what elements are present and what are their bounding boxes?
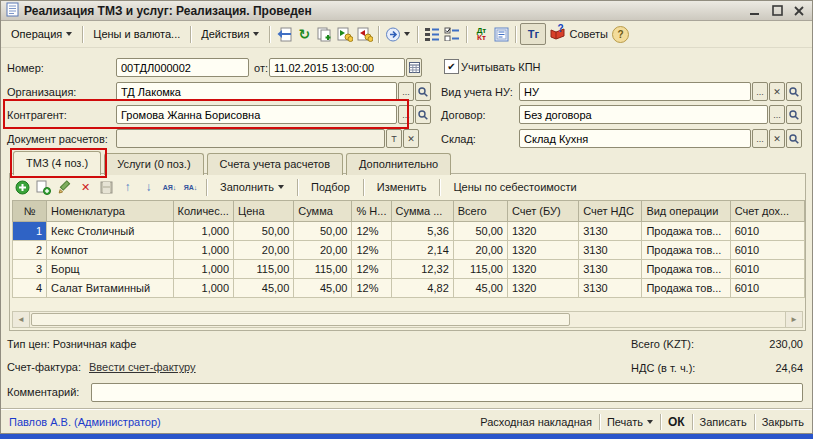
document-structure-icon[interactable] <box>422 25 442 43</box>
grid-header-cell[interactable]: Счет (БУ) <box>507 201 578 222</box>
contract-select-button[interactable]: ... <box>769 105 785 124</box>
comment-input[interactable] <box>91 383 803 402</box>
grid-cell[interactable]: Салат Витаминный <box>47 279 173 298</box>
grid-cell[interactable]: 5,36 <box>391 222 453 241</box>
copy-add-icon[interactable] <box>314 25 334 43</box>
actions-menu-button[interactable]: Действия <box>195 25 265 43</box>
enter-invoice-link[interactable]: Ввести счет-фактуру <box>89 361 196 373</box>
minimize-button[interactable] <box>747 4 763 18</box>
grid-cell[interactable]: 12% <box>352 241 391 260</box>
tab-tmz[interactable]: ТМЗ (4 поз.) <box>13 151 101 175</box>
grid-cell[interactable]: 3130 <box>579 260 642 279</box>
grid-header-cell[interactable]: Количес... <box>173 201 234 222</box>
grid-header-cell[interactable]: Вид операции <box>642 201 730 222</box>
scrollbar-thumb[interactable] <box>31 313 570 326</box>
grid-cell[interactable]: 1 <box>13 222 47 241</box>
grid-cell[interactable]: 20,00 <box>294 241 352 260</box>
horizontal-scrollbar[interactable]: ◄ ► <box>12 311 803 328</box>
close-button[interactable] <box>791 4 807 18</box>
grid-cell[interactable]: 6010 <box>730 260 804 279</box>
grid-cell[interactable]: 1320 <box>507 279 578 298</box>
grid-cell[interactable]: 1,000 <box>173 260 234 279</box>
organization-open-button[interactable] <box>415 82 431 101</box>
grid-cell[interactable]: 12% <box>352 222 391 241</box>
contractor-input[interactable] <box>116 105 397 124</box>
grid-cell[interactable]: Кекс Столичный <box>47 222 173 241</box>
doc-type-button[interactable]: Расходная накладная <box>480 416 592 428</box>
move-up-button[interactable]: ↑ <box>118 179 137 196</box>
grid-cell[interactable]: 1,000 <box>173 241 234 260</box>
kpn-checkbox[interactable]: ✔ <box>444 59 459 74</box>
checklist-icon[interactable] <box>442 25 462 43</box>
grid-cell[interactable]: 45,00 <box>234 279 294 298</box>
grid-header-cell[interactable]: Счет дох... <box>730 201 804 222</box>
post-document-icon[interactable] <box>274 25 294 43</box>
organization-select-button[interactable]: ... <box>398 82 414 101</box>
grid-cell[interactable]: 3130 <box>579 241 642 260</box>
sort-desc-button[interactable]: ЯА↓ <box>181 179 200 196</box>
grid-cell[interactable]: 20,00 <box>234 241 294 260</box>
grid-cell[interactable]: 115,00 <box>453 260 507 279</box>
grid-cell[interactable]: 1,000 <box>173 279 234 298</box>
grid-row[interactable]: 4Салат Витаминный1,00045,0045,0012%4,824… <box>13 279 805 298</box>
grid-cell[interactable]: 6010 <box>730 241 804 260</box>
grid-cell[interactable]: 2,14 <box>391 241 453 260</box>
grid-header-cell[interactable]: Сумма <box>294 201 352 222</box>
settlement-doc-input[interactable] <box>116 129 385 148</box>
ok-button[interactable]: ОК <box>668 415 685 429</box>
nu-select-button[interactable]: ... <box>752 82 768 101</box>
grid-cell[interactable]: 50,00 <box>453 222 507 241</box>
close-form-button[interactable]: Закрыть <box>762 416 804 428</box>
warehouse-select-button[interactable]: ... <box>752 129 768 148</box>
grid-header-cell[interactable]: Счет НДС <box>579 201 642 222</box>
grid-cell[interactable]: 12% <box>352 279 391 298</box>
tenge-toggle-button[interactable]: Тг <box>520 23 546 45</box>
warehouse-open-button[interactable] <box>786 129 802 148</box>
grid-header-cell[interactable]: № <box>13 201 47 222</box>
go-to-button[interactable] <box>383 25 413 43</box>
scroll-left-button[interactable]: ◄ <box>13 312 30 327</box>
tab-services[interactable]: Услуги (0 поз.) <box>104 153 203 175</box>
contractor-open-button[interactable] <box>415 105 431 124</box>
grid-row[interactable]: 2Компот1,00020,0020,0012%2,1420,00132031… <box>13 241 805 260</box>
nu-input[interactable] <box>519 82 751 101</box>
tab-settlement-accounts[interactable]: Счета учета расчетов <box>207 153 343 175</box>
grid-header-cell[interactable]: Сумма ... <box>391 201 453 222</box>
nu-clear-button[interactable]: ✕ <box>769 82 785 101</box>
print-menu-button[interactable]: Печать <box>607 416 653 428</box>
grid-cell[interactable]: 12,32 <box>391 260 453 279</box>
current-user-link[interactable]: Павлов А.В. (Администратор) <box>9 416 161 428</box>
grid-cell[interactable]: 1320 <box>507 241 578 260</box>
grid-cell[interactable]: Продажа тов... <box>642 241 730 260</box>
grid-cell[interactable]: 115,00 <box>234 260 294 279</box>
add-row-button[interactable] <box>13 179 32 196</box>
grid-cell[interactable]: 1,000 <box>173 222 234 241</box>
grid-cell[interactable]: 45,00 <box>453 279 507 298</box>
grid-cell[interactable]: 1320 <box>507 260 578 279</box>
grid-header-cell[interactable]: Номенклатура <box>47 201 173 222</box>
delete-row-button[interactable]: ✕ <box>76 179 95 196</box>
grid-cell[interactable]: 12% <box>352 260 391 279</box>
report-icon[interactable] <box>491 25 511 43</box>
sort-asc-button[interactable]: АЯ↓ <box>160 179 179 196</box>
cost-prices-button[interactable]: Цены по себестоимости <box>446 180 583 194</box>
debit-credit-icon[interactable]: ДтКт <box>471 25 491 43</box>
help-icon[interactable]: ? <box>612 26 629 43</box>
contract-input[interactable] <box>519 105 768 124</box>
grid-cell[interactable]: 45,00 <box>294 279 352 298</box>
operation-menu-button[interactable]: Операция <box>5 25 78 43</box>
contractor-select-button[interactable]: ... <box>398 105 414 124</box>
grid-header-cell[interactable]: Цена <box>234 201 294 222</box>
grid-cell[interactable]: 50,00 <box>234 222 294 241</box>
grid-cell[interactable]: Продажа тов... <box>642 222 730 241</box>
grid-cell[interactable]: Борщ <box>47 260 173 279</box>
grid-cell[interactable]: 6010 <box>730 279 804 298</box>
doc-coins-in-icon[interactable] <box>334 25 354 43</box>
grid-cell[interactable]: 4,82 <box>391 279 453 298</box>
grid-cell[interactable]: 3 <box>13 260 47 279</box>
warehouse-input[interactable] <box>519 129 751 148</box>
scroll-right-button[interactable]: ► <box>785 312 802 327</box>
refresh-icon[interactable]: ↻ <box>294 25 314 43</box>
save-button[interactable]: Записать <box>700 416 747 428</box>
grid-cell[interactable]: 6010 <box>730 222 804 241</box>
